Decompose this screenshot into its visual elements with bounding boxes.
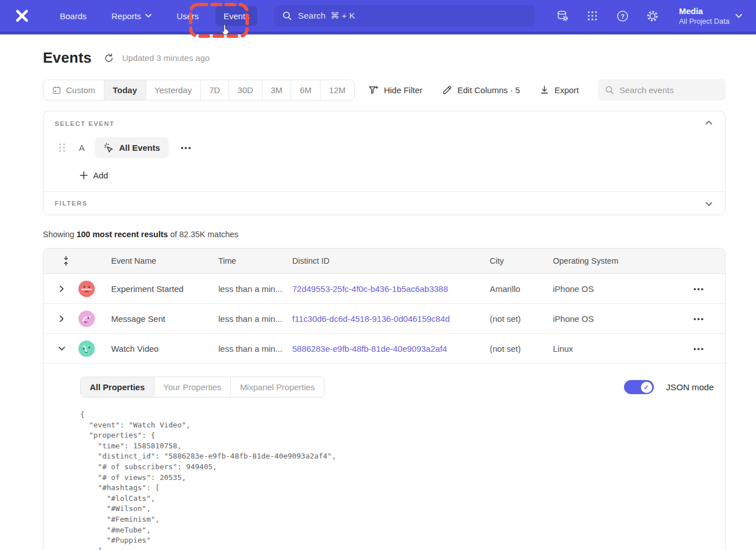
page-title: Events [43, 49, 91, 67]
column-header-time[interactable]: Time [218, 256, 292, 265]
svg-text:?: ? [621, 12, 625, 19]
edit-columns-label: Edit Columns · 5 [458, 85, 520, 95]
export-button[interactable]: Export [539, 85, 579, 95]
event-json-view: { "event": "Watch Video", "properties": … [80, 409, 714, 550]
nav-item-events[interactable]: Events [216, 6, 257, 26]
row-more-button[interactable]: ••• [683, 312, 715, 325]
navbar-right-cluster: ? Media All Project Data [556, 6, 742, 26]
nav-item-boards-label: Boards [60, 11, 87, 21]
date-range-6m-label: 6M [300, 85, 311, 95]
nav-item-boards[interactable]: Boards [52, 6, 95, 26]
row-detail-panel: All Properties Your Properties Mixpanel … [43, 364, 725, 550]
distinct-id-link[interactable]: 5886283e-e9fb-48fb-81de-40e9093a2af4 [292, 344, 447, 353]
nav-item-events-label: Events [223, 11, 249, 21]
search-icon [605, 85, 614, 95]
magic-cursor-icon [103, 142, 114, 153]
export-label: Export [555, 85, 579, 95]
date-range-picker: Custom Today Yesterday 7D 30D 3M 6M 12M [43, 80, 355, 101]
chevron-down-icon [145, 14, 152, 18]
edit-columns-button[interactable]: Edit Columns · 5 [442, 85, 520, 95]
date-range-today[interactable]: Today [104, 80, 146, 100]
row-more-button[interactable]: ••• [683, 342, 715, 355]
calendar-icon [52, 85, 61, 95]
date-range-30d-label: 30D [238, 85, 253, 95]
project-scope: All Project Data [679, 16, 729, 26]
cell-time: less than a min... [218, 284, 292, 294]
tab-your-properties[interactable]: Your Properties [155, 377, 231, 397]
row-more-button[interactable]: ••• [683, 282, 715, 295]
column-header-city[interactable]: City [490, 256, 553, 265]
global-search-input[interactable] [298, 11, 527, 21]
properties-tabs: All Properties Your Properties Mixpanel … [80, 377, 324, 398]
filters-section[interactable]: FILTERS [43, 191, 725, 215]
date-range-12m[interactable]: 12M [320, 80, 354, 100]
filters-label: FILTERS [55, 200, 714, 207]
date-range-6m[interactable]: 6M [291, 80, 320, 100]
date-range-yesterday[interactable]: Yesterday [146, 80, 201, 100]
hide-filter-button[interactable]: Hide Filter [368, 85, 422, 95]
date-range-7d[interactable]: 7D [201, 80, 229, 100]
project-name: Media [679, 6, 729, 16]
search-events-field[interactable] [598, 79, 726, 101]
chevron-down-icon[interactable] [703, 199, 715, 209]
tab-mixpanel-properties[interactable]: Mixpanel Properties [231, 377, 324, 397]
pencil-icon [442, 85, 452, 95]
json-mode-toggle[interactable]: ✓ [624, 380, 654, 394]
date-range-custom-label: Custom [66, 85, 95, 95]
cell-time: less than a min... [218, 344, 292, 353]
expand-row-icon[interactable] [54, 311, 69, 326]
column-header-os[interactable]: Operating System [553, 256, 683, 265]
event-row-more-button[interactable]: ••• [178, 141, 196, 154]
help-icon[interactable]: ? [616, 9, 629, 23]
date-range-30d[interactable]: 30D [229, 80, 262, 100]
apps-grid-icon[interactable] [586, 9, 599, 23]
project-selector[interactable]: Media All Project Data [679, 6, 742, 26]
cell-city: Amarillo [490, 284, 553, 294]
search-events-input[interactable] [619, 85, 719, 95]
drag-handle[interactable] [59, 143, 65, 152]
avatar [78, 281, 95, 297]
page-header: Events Updated 3 minutes ago [43, 49, 726, 67]
select-event-label: SELECT EVENT [55, 120, 714, 127]
json-mode-control: ✓ JSON mode [624, 380, 714, 394]
mixpanel-logo-icon[interactable] [14, 7, 30, 24]
date-range-custom[interactable]: Custom [43, 80, 104, 100]
data-management-icon[interactable] [556, 9, 569, 23]
global-search[interactable] [274, 5, 535, 27]
event-selector-label: All Events [119, 143, 160, 152]
collapse-row-icon[interactable] [54, 341, 69, 356]
distinct-id-link[interactable]: 72d49553-25fc-4f0c-b436-1b5ac6ab3388 [292, 284, 448, 294]
settings-gear-icon[interactable] [645, 9, 659, 23]
chevron-down-icon [735, 14, 742, 19]
add-event-label: Add [93, 171, 108, 180]
cell-event-name: Experiment Started [111, 284, 218, 294]
date-range-7d-label: 7D [209, 85, 220, 95]
column-header-distinct-id[interactable]: Distinct ID [292, 256, 490, 265]
column-header-event-name[interactable]: Event Name [111, 256, 218, 265]
summary-count: 100 most recent results [77, 230, 168, 239]
avatar [78, 311, 95, 327]
table-header-row: Event Name Time Distinct ID City Operati… [43, 248, 725, 274]
add-event-button[interactable]: Add [80, 171, 714, 180]
table-row: Message Sent less than a min... f11c30d6… [43, 304, 725, 334]
primary-nav: Boards Reports Users Events [52, 6, 257, 26]
distinct-id-link[interactable]: f11c30d6-dc6d-4518-9136-0d046159c84d [292, 314, 450, 324]
date-range-3m[interactable]: 3M [262, 80, 292, 100]
cell-os: iPhone OS [553, 284, 683, 294]
chevron-up-icon[interactable] [703, 118, 715, 128]
collapse-all-icon[interactable] [54, 256, 78, 266]
cell-os: Linux [553, 344, 683, 353]
nav-item-reports[interactable]: Reports [104, 6, 160, 26]
avatar [78, 341, 95, 357]
refresh-icon[interactable] [104, 53, 114, 63]
nav-item-users[interactable]: Users [169, 6, 206, 26]
expand-row-icon[interactable] [54, 281, 69, 296]
event-selector-button[interactable]: All Events [95, 137, 169, 158]
cell-city: (not set) [490, 314, 553, 324]
table-row: Experiment Started less than a min... 72… [43, 274, 725, 304]
cell-time: less than a min... [218, 314, 292, 324]
nav-item-users-label: Users [177, 11, 199, 21]
tab-all-properties[interactable]: All Properties [81, 377, 155, 397]
cell-event-name: Watch Video [111, 344, 218, 353]
json-mode-label: JSON mode [666, 382, 714, 392]
